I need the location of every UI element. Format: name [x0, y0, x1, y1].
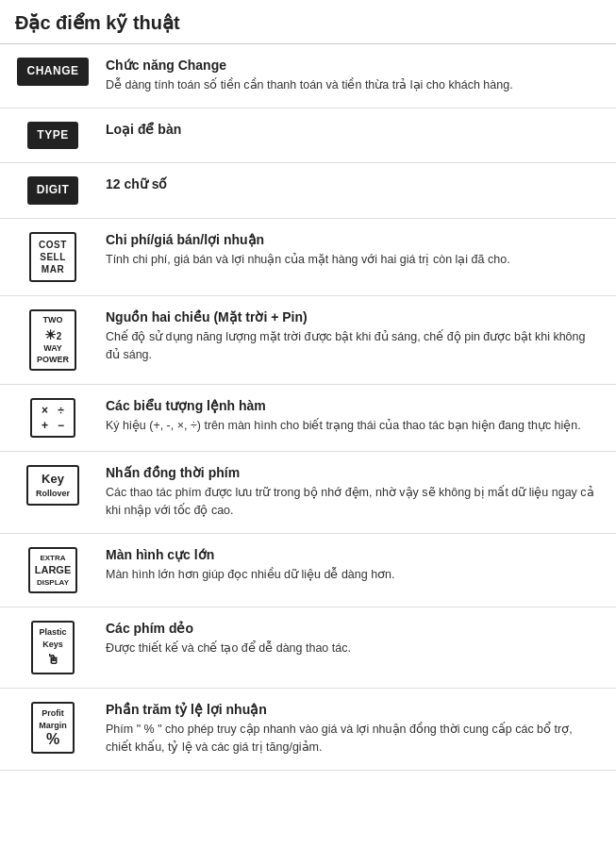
- change-icon: CHANGE: [17, 58, 88, 86]
- digit-icon-box: DIGIT: [15, 176, 91, 205]
- extra-large-icon: EXTRA LARGE DISPLAY: [28, 547, 78, 594]
- math-symbols-content: Các biểu tượng lệnh hàm Ký hiệu (+, -, ×…: [106, 398, 601, 435]
- plastic-keys-content: Các phím dẻo Được thiết kế và chế tạo để…: [106, 621, 601, 657]
- math-symbols-title: Các biểu tượng lệnh hàm: [106, 398, 601, 413]
- cost-sell-mar-icon: COSTSELLMAR: [29, 232, 76, 282]
- plastic-keys-icon-box: Plastic Keys 🖱: [15, 621, 91, 674]
- feature-row-digit: DIGIT 12 chữ số: [0, 163, 616, 219]
- key-rollover-icon-box: Key Rollover: [15, 465, 91, 506]
- two-way-power-icon-box: TWO ☀2 WAY POWER: [15, 309, 91, 371]
- page-title: Đặc điểm kỹ thuật: [0, 0, 616, 44]
- feature-row-change: CHANGE Chức năng Change Dễ dàng tính toá…: [0, 44, 616, 108]
- cost-sell-mar-desc: Tính chi phí, giá bán và lợi nhuận của m…: [106, 251, 601, 269]
- plastic-keys-title: Các phím dẻo: [106, 621, 601, 636]
- type-content: Loại để bàn: [106, 122, 601, 141]
- extra-large-icon-box: EXTRA LARGE DISPLAY: [15, 547, 91, 594]
- cost-sell-mar-icon-box: COSTSELLMAR: [15, 232, 91, 282]
- feature-row-cost-sell-mar: COSTSELLMAR Chi phí/giá bán/lợi nhuận Tí…: [0, 219, 616, 296]
- digit-content: 12 chữ số: [106, 176, 601, 195]
- feature-row-key-rollover: Key Rollover Nhấn đồng thời phím Các tha…: [0, 452, 616, 534]
- digit-title: 12 chữ số: [106, 176, 601, 191]
- extra-large-title: Màn hình cực lớn: [106, 547, 601, 562]
- key-rollover-icon: Key Rollover: [26, 465, 79, 506]
- feature-row-plastic-keys: Plastic Keys 🖱 Các phím dẻo Được thiết k…: [0, 607, 616, 689]
- change-title: Chức năng Change: [106, 58, 601, 73]
- cost-sell-mar-title: Chi phí/giá bán/lợi nhuận: [106, 232, 601, 247]
- key-rollover-content: Nhấn đồng thời phím Các thao tác phím đư…: [106, 465, 601, 520]
- profit-margin-icon: Profit Margin %: [31, 702, 75, 754]
- type-title: Loại để bàn: [106, 122, 601, 137]
- math-symbols-desc: Ký hiệu (+, -, ×, ÷) trên màn hình cho b…: [106, 417, 601, 435]
- feature-row-type: TYPE Loại để bàn: [0, 108, 616, 164]
- digit-icon: DIGIT: [27, 176, 79, 205]
- profit-margin-title: Phần trăm tỷ lệ lợi nhuận: [106, 702, 601, 717]
- type-icon: TYPE: [27, 122, 77, 150]
- feature-row-math-symbols: ×÷ +− Các biểu tượng lệnh hàm Ký hiệu (+…: [0, 385, 616, 452]
- feature-row-extra-large: EXTRA LARGE DISPLAY Màn hình cực lớn Màn…: [0, 534, 616, 608]
- two-way-power-icon: TWO ☀2 WAY POWER: [29, 309, 76, 371]
- profit-margin-desc: Phím " % " cho phép truy cập nhanh vào g…: [106, 721, 601, 757]
- profit-margin-content: Phần trăm tỷ lệ lợi nhuận Phím " % " cho…: [106, 702, 601, 757]
- math-symbols-icon-box: ×÷ +−: [15, 398, 91, 438]
- cost-sell-mar-content: Chi phí/giá bán/lợi nhuận Tính chi phí, …: [106, 232, 601, 269]
- plastic-keys-icon: Plastic Keys 🖱: [31, 621, 74, 674]
- two-way-power-desc: Chế độ sử dụng năng lượng mặt trời được …: [106, 328, 601, 364]
- extra-large-desc: Màn hình lớn hơn giúp đọc nhiều dữ liệu …: [106, 566, 601, 584]
- change-desc: Dễ dàng tính toán số tiền cần thanh toán…: [106, 76, 601, 94]
- plastic-keys-desc: Được thiết kế và chế tạo để dễ dàng thao…: [106, 640, 601, 657]
- change-content: Chức năng Change Dễ dàng tính toán số ti…: [106, 58, 601, 94]
- key-rollover-desc: Các thao tác phím được lưu trữ trong bộ …: [106, 484, 601, 520]
- key-rollover-title: Nhấn đồng thời phím: [106, 465, 601, 480]
- type-icon-box: TYPE: [15, 122, 91, 150]
- math-symbols-icon: ×÷ +−: [30, 398, 75, 438]
- change-icon-box: CHANGE: [15, 58, 91, 86]
- feature-row-two-way-power: TWO ☀2 WAY POWER Nguồn hai chiều (Mặt tr…: [0, 296, 616, 385]
- two-way-power-content: Nguồn hai chiều (Mặt trời + Pin) Chế độ …: [106, 309, 601, 364]
- profit-margin-icon-box: Profit Margin %: [15, 702, 91, 754]
- feature-row-profit-margin: Profit Margin % Phần trăm tỷ lệ lợi nhuậ…: [0, 689, 616, 771]
- two-way-power-title: Nguồn hai chiều (Mặt trời + Pin): [106, 309, 601, 324]
- extra-large-content: Màn hình cực lớn Màn hình lớn hơn giúp đ…: [106, 547, 601, 584]
